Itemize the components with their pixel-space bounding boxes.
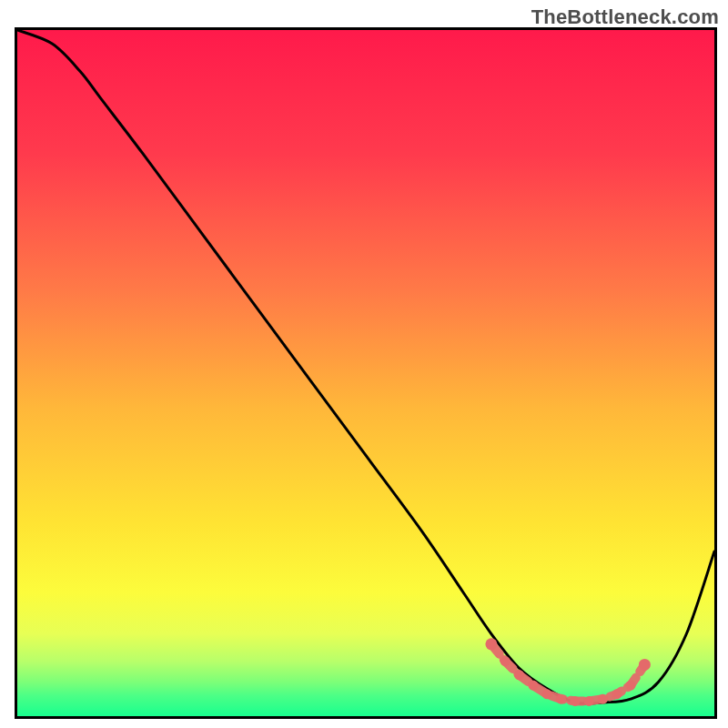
gradient-background [17,30,714,716]
chart-frame: TheBottleneck.com [0,0,728,728]
marker-dot [556,694,566,704]
marker-dot [612,689,622,699]
marker-dot [626,681,636,691]
chart-svg [17,30,714,716]
plot-border [15,27,717,719]
marker-dot [570,696,580,706]
marker-dot [514,670,524,680]
marker-dot [598,694,608,704]
marker-dot [528,681,538,691]
watermark-label: TheBottleneck.com [531,5,719,29]
marker-dot [485,638,497,650]
marker-dot [500,656,511,666]
marker-dot [584,696,594,706]
marker-dot [639,659,651,671]
marker-dot [542,689,552,699]
plot-area [17,30,714,716]
